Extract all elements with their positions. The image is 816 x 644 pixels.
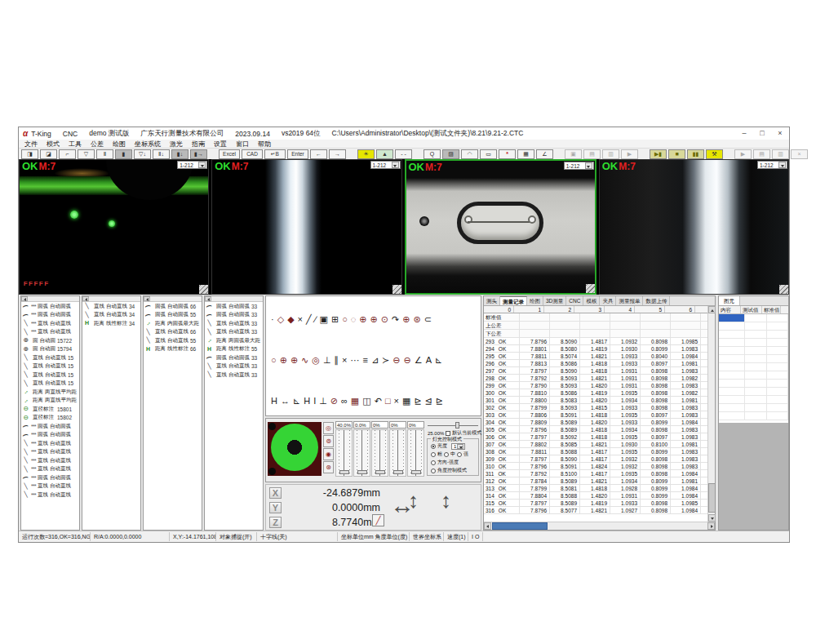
radio-icon[interactable] <box>431 469 436 473</box>
list-item[interactable]: 直线 自动直线 33 <box>205 362 263 371</box>
light-slider[interactable]: 0% <box>389 421 406 478</box>
measure-tool-icon[interactable]: □ <box>385 396 391 406</box>
toolbar-button[interactable]: ▶▮ <box>650 149 667 159</box>
panel-scrollbar[interactable] <box>144 296 202 302</box>
toolbar-button[interactable]: * <box>499 149 516 159</box>
list-item[interactable]: *** 直线 自动直线 <box>21 491 79 500</box>
list-item[interactable]: 距离 线性标注 34 <box>82 319 140 328</box>
resize-grip-icon[interactable] <box>779 285 788 294</box>
list-item[interactable]: 距离 两圆弧最大距 <box>205 336 263 345</box>
measure-tool-icon[interactable]: ∥ <box>335 355 339 366</box>
measure-tool-icon[interactable]: ◇ <box>277 314 284 325</box>
toolbar-button[interactable]: Ⅱ↓ <box>153 149 170 159</box>
list-item[interactable]: 距离 两直线平均距 <box>21 388 79 397</box>
slider-track[interactable] <box>335 429 353 477</box>
minimize-button[interactable]: – <box>735 128 753 139</box>
light-mode-button[interactable]: ⊚ <box>323 435 334 447</box>
toolbar-button[interactable]: ▽↓ <box>134 149 151 159</box>
detail-row[interactable] <box>719 412 788 420</box>
slider-thumb[interactable] <box>339 470 349 474</box>
list-item[interactable]: 距离 线性标注 66 <box>144 345 202 354</box>
measure-tool-icon[interactable]: ○ <box>271 355 277 366</box>
list-item[interactable]: 圆 自动圆 15722 <box>21 336 79 345</box>
list-item[interactable]: *** 圆弧 自动圆弧 <box>21 302 79 311</box>
slider-track[interactable] <box>371 429 388 477</box>
light-slider[interactable]: 0.0% <box>353 421 370 478</box>
measure-tool-icon[interactable]: ≻ <box>382 355 389 366</box>
toolbar-button[interactable]: ↵B <box>264 149 286 159</box>
list-item[interactable]: *** 直线 自动直线 <box>21 482 79 491</box>
table-row[interactable]: 294OK 7.8801 8.5080 1.4819 1.0930 0.8099… <box>484 345 715 353</box>
menu-item[interactable]: 模式 <box>47 140 60 149</box>
measure-tool-icon[interactable]: ⊵ <box>414 396 421 406</box>
measure-tool-icon[interactable]: ▦ <box>402 396 410 406</box>
radio-icon[interactable] <box>431 460 436 465</box>
scroll-up-icon[interactable] <box>708 306 716 313</box>
maximize-button[interactable]: □ <box>753 128 771 139</box>
detail-row[interactable] <box>719 331 788 339</box>
detail-panel-tab[interactable]: 图元 <box>719 296 740 305</box>
table-row[interactable]: 315OK 7.8797 8.5089 1.4819 1.0933 0.8098… <box>484 500 715 507</box>
list-item[interactable]: 圆弧 自动圆弧 33 <box>205 353 263 362</box>
list-item[interactable]: 直线 自动直线 15 <box>21 380 79 389</box>
toolbar-button[interactable]: ▶ <box>621 149 638 159</box>
toolbar-button[interactable]: × <box>791 149 808 159</box>
measure-tool-icon[interactable]: ∿ <box>301 355 308 366</box>
column-header[interactable]: 4 <box>605 306 635 313</box>
detail-row[interactable] <box>719 404 788 412</box>
master-light-slider[interactable] <box>428 422 478 429</box>
list-item[interactable]: 距离 两直线平均距 <box>21 397 79 406</box>
measure-tool-icon[interactable]: ◆ <box>287 314 294 325</box>
measure-tool-icon[interactable]: · <box>271 314 274 325</box>
list-item[interactable]: *** 直线 自动直线 <box>21 439 79 448</box>
toolbar-button[interactable]: → <box>329 149 346 159</box>
resize-grip-icon[interactable] <box>586 284 595 293</box>
radio-icon[interactable] <box>431 452 436 457</box>
ring-light-preview[interactable] <box>268 422 322 476</box>
measure-tool-icon[interactable]: H <box>304 396 310 406</box>
toolbar-button[interactable]: ▮▮ <box>687 149 704 159</box>
camera-view-1[interactable]: OKM:7 1-212 FFFFF <box>19 159 209 295</box>
table-row[interactable]: 297OK 7.8797 8.5090 1.4818 1.0931 0.8098… <box>484 367 715 375</box>
toolbar-button[interactable]: - - <box>395 149 412 159</box>
toolbar-button[interactable]: ⌐ <box>59 149 76 159</box>
light-mode-button[interactable]: ◉ <box>323 448 334 460</box>
scroll-right-icon[interactable] <box>707 522 715 530</box>
measure-tool-icon[interactable]: ⊥ <box>323 355 331 366</box>
detail-column-header[interactable]: 标准值 <box>762 306 781 313</box>
light-mode-button[interactable]: ◎ <box>323 422 334 434</box>
slider-thumb[interactable] <box>375 470 385 474</box>
toolbar-button[interactable]: ▥ <box>602 149 619 159</box>
tolerance-row[interactable]: 标准值 <box>484 313 715 322</box>
camera-range-dropdown[interactable]: 1-212 <box>370 161 401 169</box>
radio-icon[interactable] <box>444 452 449 457</box>
column-header[interactable]: 3 <box>574 306 605 313</box>
channel-dropdown[interactable]: 1 <box>451 443 465 450</box>
camera-range-dropdown[interactable]: 1-212 <box>177 161 207 169</box>
measure-tool-icon[interactable]: × <box>394 396 399 406</box>
slider-track[interactable] <box>407 429 424 477</box>
scroll-left-icon[interactable] <box>82 296 89 301</box>
toolbar-button[interactable]: ▮ <box>115 149 132 159</box>
slider-thumb[interactable] <box>393 470 403 474</box>
measure-tool-icon[interactable]: ⊘ <box>330 396 338 406</box>
scroll-left-icon[interactable] <box>144 296 150 301</box>
scrollbar-thumb[interactable] <box>492 522 548 530</box>
table-tab[interactable]: 模板 <box>583 296 600 305</box>
measure-tool-icon[interactable]: ↷ <box>392 314 399 325</box>
measure-tool-icon[interactable]: ▣ <box>320 314 328 325</box>
checkbox-icon[interactable] <box>446 431 450 436</box>
panel-scrollbar[interactable] <box>82 296 140 302</box>
table-row[interactable]: 293OK 7.8796 8.5090 1.4817 1.0932 0.8098… <box>484 338 715 345</box>
list-item[interactable]: 直线 自动直线 34 <box>82 311 140 320</box>
toolbar-button[interactable]: ▤ <box>753 149 770 159</box>
toolbar-button[interactable]: ▮→ <box>190 149 207 159</box>
toolbar-button[interactable]: ■ <box>668 149 685 159</box>
list-item[interactable]: 距离 线性标注 55 <box>205 345 263 354</box>
table-row[interactable]: 306OK 7.8797 8.5092 1.4818 1.0935 0.8097… <box>484 433 715 441</box>
measure-tool-icon[interactable]: ⊂ <box>424 314 432 325</box>
measure-tool-icon[interactable]: ▦ <box>351 396 359 406</box>
list-item[interactable]: 圆弧 自动圆弧 66 <box>144 302 202 311</box>
menu-item[interactable]: 绘图 <box>113 140 126 149</box>
measure-tool-icon[interactable]: ⊙ <box>381 314 388 325</box>
